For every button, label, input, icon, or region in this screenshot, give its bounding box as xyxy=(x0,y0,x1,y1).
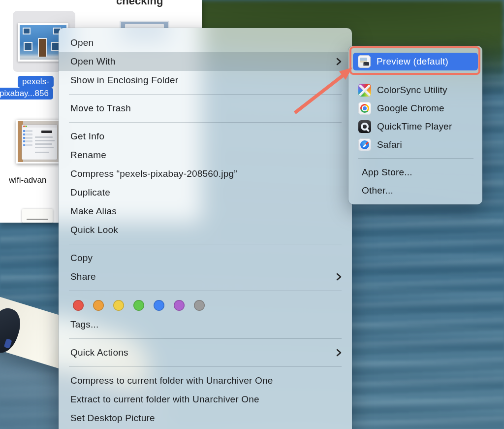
filename-wifi-advanced[interactable]: wifi-advan xyxy=(9,175,47,185)
submenu-item-app-store[interactable]: App Store... xyxy=(348,163,482,181)
menu-item-make-alias-label: Make Alias xyxy=(70,206,117,217)
submenu-item-safari-label: Safari xyxy=(377,139,402,150)
wifi-sidebar-row xyxy=(23,133,32,135)
wifi-field xyxy=(41,131,52,132)
menu-item-get-info-label: Get Info xyxy=(70,131,104,142)
menu-item-show-in-enclosing-folder-label: Show in Enclosing Folder xyxy=(70,75,178,86)
submenu-item-colorsync-label: ColorSync Utility xyxy=(377,85,447,96)
submenu-item-colorsync[interactable]: ColorSync Utility xyxy=(348,81,482,99)
house-window xyxy=(23,28,31,34)
wifi-row-icon xyxy=(23,140,25,142)
wifi-content-line xyxy=(35,152,49,153)
wifi-sidebar-row xyxy=(23,137,32,139)
file-thumbnail-wifi-settings[interactable] xyxy=(16,120,61,164)
menu-item-quick-look[interactable]: Quick Look xyxy=(59,221,352,239)
submenu-item-safari[interactable]: Safari xyxy=(348,135,482,154)
wifi-content-line xyxy=(35,136,53,138)
menu-item-compress-file-label: Compress “pexels-pixabay-208560.jpg” xyxy=(70,168,237,179)
submenu-item-other-label: Other... xyxy=(362,185,393,196)
menu-item-make-alias[interactable]: Make Alias xyxy=(59,202,352,221)
submenu-item-other[interactable]: Other... xyxy=(348,181,482,199)
menu-item-get-info[interactable]: Get Info xyxy=(59,127,352,146)
tag-color-row xyxy=(59,296,352,315)
menu-item-open-label: Open xyxy=(70,37,94,48)
menu-item-share[interactable]: Share xyxy=(59,267,352,286)
menu-item-rename[interactable]: Rename xyxy=(59,146,352,165)
wifi-content-line xyxy=(35,143,52,145)
menu-item-extract-unarchiver-label: Extract to current folder with Unarchive… xyxy=(70,394,259,405)
wifi-row-icon xyxy=(23,137,25,139)
wifi-screenshot xyxy=(18,121,59,162)
tag-yellow[interactable] xyxy=(113,300,124,311)
menu-item-share-label: Share xyxy=(70,271,96,282)
tag-purple[interactable] xyxy=(174,300,185,311)
menu-item-open[interactable]: Open xyxy=(59,33,352,52)
wifi-content-line xyxy=(35,147,54,148)
tag-gray[interactable] xyxy=(194,300,205,311)
safari-app-icon xyxy=(358,138,371,151)
menu-item-extract-unarchiver[interactable]: Extract to current folder with Unarchive… xyxy=(59,390,352,409)
wifi-sidebar-row xyxy=(23,140,32,142)
house-window xyxy=(24,42,32,51)
wifi-settings-titlebar xyxy=(22,125,57,128)
menu-separator xyxy=(69,291,342,291)
menu-item-compress-unarchiver[interactable]: Compress to current folder with Unarchiv… xyxy=(59,371,352,390)
menu-item-tags[interactable]: Tags... xyxy=(59,315,352,334)
menu-item-quick-look-label: Quick Look xyxy=(70,225,118,235)
chevron-right-icon xyxy=(336,58,342,66)
menu-separator xyxy=(69,338,342,339)
menu-item-duplicate-label: Duplicate xyxy=(70,187,110,198)
screen: checking pexels- pixabay...856 xyxy=(0,0,504,429)
boat-motor-stripe xyxy=(4,338,12,349)
menu-item-copy[interactable]: Copy xyxy=(59,249,352,267)
submenu-item-chrome[interactable]: Google Chrome xyxy=(348,99,482,117)
annotation-highlight-box xyxy=(349,46,480,75)
menu-item-duplicate[interactable]: Duplicate xyxy=(59,183,352,202)
menu-item-copy-label: Copy xyxy=(70,253,93,264)
menu-item-compress-file[interactable]: Compress “pexels-pixabay-208560.jpg” xyxy=(59,165,352,183)
selected-filename-line1[interactable]: pexels- xyxy=(18,76,54,88)
wifi-content-line xyxy=(35,140,55,141)
tag-green[interactable] xyxy=(133,300,144,311)
menu-item-move-to-trash-label: Move to Trash xyxy=(70,103,131,114)
chevron-right-icon xyxy=(336,273,342,281)
house-door xyxy=(38,38,47,57)
tag-orange[interactable] xyxy=(93,300,104,311)
tag-blue[interactable] xyxy=(154,300,164,311)
wifi-sidebar-row xyxy=(23,130,32,132)
submenu-separator xyxy=(358,158,473,159)
submenu-item-quicktime-label: QuickTime Player xyxy=(377,121,452,132)
wifi-row-icon xyxy=(23,130,25,132)
menu-item-tags-label: Tags... xyxy=(70,319,98,330)
wifi-row-icon xyxy=(23,133,25,135)
menu-item-rename-label: Rename xyxy=(70,150,106,161)
menu-item-quick-actions-label: Quick Actions xyxy=(70,347,128,358)
submenu-item-chrome-label: Google Chrome xyxy=(377,103,444,114)
menu-separator xyxy=(69,244,342,244)
traffic-light-dots xyxy=(23,126,27,127)
submenu-item-app-store-label: App Store... xyxy=(362,167,412,178)
menu-item-set-desktop-picture-label: Set Desktop Picture xyxy=(70,413,155,424)
wifi-row-icon xyxy=(23,144,25,146)
wifi-sidebar-row xyxy=(23,144,32,146)
submenu-item-quicktime[interactable]: QuickTime Player xyxy=(348,117,482,135)
menu-item-set-desktop-picture[interactable]: Set Desktop Picture xyxy=(59,409,352,428)
menu-separator xyxy=(69,122,342,123)
menu-item-quick-actions[interactable]: Quick Actions xyxy=(59,343,352,362)
chevron-right-icon xyxy=(336,349,342,357)
menu-item-open-with-label: Open With xyxy=(70,56,116,67)
file-thumbnail-document-partial[interactable] xyxy=(22,209,53,223)
menu-separator xyxy=(69,366,342,367)
annotation-arrow xyxy=(288,66,362,122)
menu-item-compress-unarchiver-label: Compress to current folder with Unarchiv… xyxy=(70,375,273,386)
clipped-filename-text: checking xyxy=(116,0,163,7)
wifi-settings-window xyxy=(22,125,57,160)
document-text-line xyxy=(27,219,49,220)
tag-red[interactable] xyxy=(73,300,84,311)
selected-filename-line2[interactable]: pixabay...856 xyxy=(0,88,53,99)
